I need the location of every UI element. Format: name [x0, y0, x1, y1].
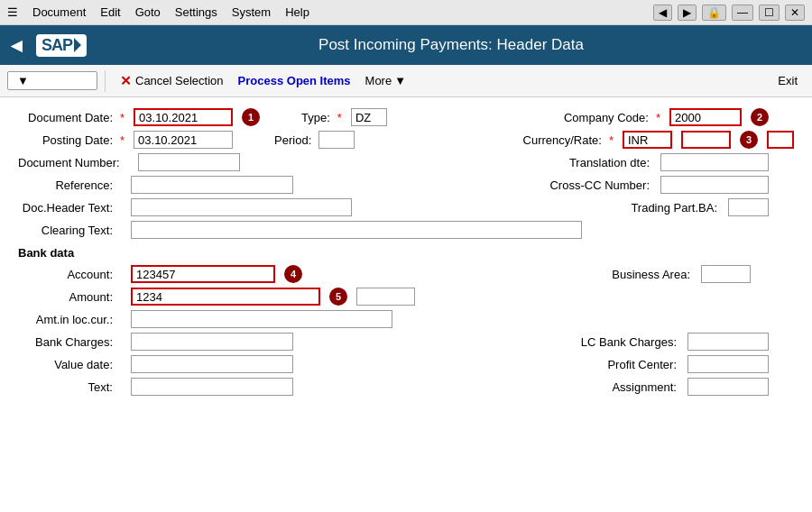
assignment-label: Assignment:: [612, 380, 677, 394]
rate-input[interactable]: [681, 131, 731, 149]
translation-dte-input[interactable]: [660, 153, 769, 171]
nav-back-btn[interactable]: ◀: [653, 5, 672, 21]
cancel-selection-button[interactable]: ✕ Cancel Selection: [113, 71, 231, 91]
hamburger-icon[interactable]: ☰: [7, 5, 18, 19]
document-date-required: *: [120, 111, 125, 124]
account-label: Account:: [18, 268, 113, 281]
currency-input[interactable]: [623, 131, 672, 149]
period-input[interactable]: [318, 131, 355, 149]
toolbar: ▼ ✕ Cancel Selection Process Open Items …: [0, 65, 812, 97]
business-area-label: Business Area:: [612, 268, 690, 281]
assignment-input[interactable]: [687, 378, 769, 396]
process-open-items-button[interactable]: Process Open Items: [231, 72, 358, 89]
step-badge-3: 3: [740, 131, 758, 149]
sap-logo-triangle: [74, 38, 81, 52]
header-bar: ◀ SAP Post Incoming Payments: Header Dat…: [0, 25, 812, 65]
bank-row-6: Text: Assignment:: [18, 378, 794, 396]
step-badge-2: 2: [751, 108, 769, 126]
back-button[interactable]: ◀: [11, 37, 22, 54]
nav-lock-btn[interactable]: 🔒: [702, 5, 726, 21]
value-date-input[interactable]: [131, 355, 293, 373]
bank-charges-input[interactable]: [131, 333, 293, 351]
step-badge-5: 5: [329, 288, 347, 306]
type-input[interactable]: [351, 108, 387, 126]
cancel-x-icon: ✕: [120, 73, 132, 89]
document-date-label: Document Date:: [18, 111, 113, 124]
maximize-btn[interactable]: ☐: [759, 5, 780, 21]
step-badge-1: 1: [242, 108, 260, 126]
currency-rate-label: Currency/Rate:: [523, 133, 602, 147]
posting-date-label: Posting Date:: [18, 133, 113, 147]
bank-row-2: Amount: 5: [18, 288, 794, 306]
profit-center-input[interactable]: [687, 355, 769, 373]
nav-forward-btn[interactable]: ▶: [678, 5, 697, 21]
company-code-input[interactable]: [669, 108, 742, 126]
bank-row-5: Value date: Profit Center:: [18, 355, 794, 373]
menu-settings[interactable]: Settings: [175, 5, 217, 19]
form-row-6: Clearing Text:: [18, 221, 794, 239]
cross-cc-label: Cross-CC Number:: [549, 178, 650, 192]
document-date-input[interactable]: [134, 108, 233, 126]
reference-input[interactable]: [131, 176, 293, 194]
rate-extra-input[interactable]: [767, 131, 794, 149]
menu-document[interactable]: Document: [32, 5, 86, 19]
cross-cc-input[interactable]: [660, 176, 769, 194]
page-title: Post Incoming Payments: Header Data: [101, 36, 801, 54]
doc-header-text-input[interactable]: [131, 198, 352, 216]
translation-dte-label: Translation dte:: [569, 156, 650, 169]
menu-bar: ☰ Document Edit Goto Settings System Hel…: [0, 0, 812, 25]
minimize-btn[interactable]: —: [732, 5, 753, 21]
doc-header-text-label: Doc.Header Text:: [18, 201, 113, 215]
main-content: Document Date: * 1 Type: * Company Code:…: [0, 97, 812, 411]
reference-label: Reference:: [18, 178, 113, 192]
company-code-required: *: [656, 111, 660, 124]
amount-label: Amount:: [18, 290, 113, 304]
document-number-label: Document Number:: [18, 156, 120, 169]
document-number-input[interactable]: [138, 153, 240, 171]
amt-loc-cur-label: Amt.in loc.cur.:: [18, 313, 113, 326]
form-row-2: Posting Date: * Period: Currency/Rate: *…: [18, 131, 794, 149]
period-label: Period:: [274, 133, 311, 147]
form-row-5: Doc.Header Text: Trading Part.BA:: [18, 198, 794, 216]
sap-logo-text: SAP: [42, 36, 72, 55]
close-btn[interactable]: ✕: [785, 5, 805, 21]
menu-system[interactable]: System: [232, 5, 271, 19]
lc-bank-charges-label: LC Bank Charges:: [581, 335, 677, 349]
menu-help[interactable]: Help: [285, 5, 309, 19]
form-row-3: Document Number: Translation dte:: [18, 153, 794, 171]
chevron-down-icon: ▼: [17, 74, 29, 87]
amount-input[interactable]: [131, 288, 320, 306]
sap-logo: SAP: [36, 34, 87, 57]
menu-goto[interactable]: Goto: [135, 5, 161, 19]
cancel-selection-label: Cancel Selection: [135, 74, 224, 87]
more-label: More: [365, 74, 392, 87]
account-input[interactable]: [131, 265, 275, 283]
more-chevron-icon: ▼: [394, 74, 406, 87]
bank-row-1: Account: 4 Business Area:: [18, 265, 794, 283]
bank-row-3: Amt.in loc.cur.:: [18, 310, 794, 328]
menu-edit[interactable]: Edit: [100, 5, 120, 19]
text-input[interactable]: [131, 378, 293, 396]
bank-row-4: Bank Charges: LC Bank Charges:: [18, 333, 794, 351]
business-area-input[interactable]: [701, 265, 751, 283]
exit-button[interactable]: Exit: [770, 72, 805, 89]
bank-charges-label: Bank Charges:: [18, 335, 113, 349]
currency-required: *: [609, 133, 614, 147]
toolbar-dropdown[interactable]: ▼: [7, 71, 97, 90]
clearing-text-label: Clearing Text:: [18, 224, 113, 237]
trading-part-input[interactable]: [728, 198, 769, 216]
amt-loc-cur-input[interactable]: [131, 310, 392, 328]
step-badge-4: 4: [284, 265, 302, 283]
toolbar-separator: [105, 70, 106, 92]
more-button[interactable]: More ▼: [358, 72, 414, 89]
window-controls: ◀ ▶ 🔒 — ☐ ✕: [653, 5, 805, 21]
type-label: Type:: [301, 111, 330, 124]
posting-date-required: *: [120, 133, 125, 147]
text-label: Text:: [18, 380, 113, 394]
form-row-4: Reference: Cross-CC Number:: [18, 176, 794, 194]
lc-bank-charges-input[interactable]: [687, 333, 769, 351]
amount-extra-input[interactable]: [356, 288, 415, 306]
clearing-text-input[interactable]: [131, 221, 582, 239]
posting-date-input[interactable]: [134, 131, 233, 149]
trading-part-label: Trading Part.BA:: [631, 201, 717, 215]
